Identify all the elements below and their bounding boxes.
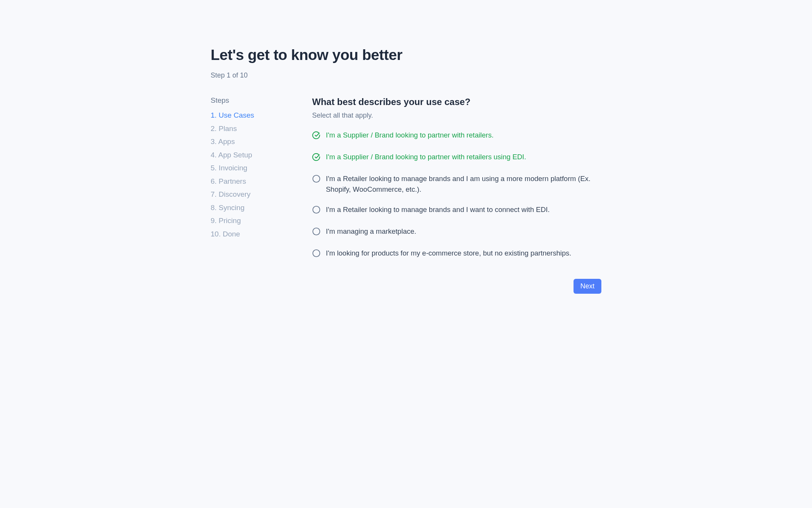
check-circle-icon xyxy=(312,130,321,142)
step-item-label: 6. Partners xyxy=(211,177,246,185)
button-row: Next xyxy=(312,279,601,294)
step-item[interactable]: 3. Apps xyxy=(211,135,294,149)
step-item[interactable]: 8. Syncing xyxy=(211,201,294,215)
option-item[interactable]: I'm managing a marketplace. xyxy=(312,226,601,239)
step-item[interactable]: 1. Use Cases xyxy=(211,109,294,122)
option-label: I'm a Supplier / Brand looking to partne… xyxy=(326,130,494,141)
step-item-label: 10. Done xyxy=(211,230,240,238)
step-item[interactable]: 7. Discovery xyxy=(211,188,294,201)
step-item-label: 1. Use Cases xyxy=(211,111,254,119)
sidebar-heading: Steps xyxy=(211,95,294,106)
option-item[interactable]: I'm a Supplier / Brand looking to partne… xyxy=(312,130,601,142)
step-item-label: 4. App Setup xyxy=(211,151,252,159)
option-list: I'm a Supplier / Brand looking to partne… xyxy=(312,130,601,260)
svg-point-0 xyxy=(313,175,320,182)
step-item-label: 9. Pricing xyxy=(211,217,241,225)
question-title: What best describes your use case? xyxy=(312,95,601,109)
step-item-label: 7. Discovery xyxy=(211,190,251,198)
question-subtitle: Select all that apply. xyxy=(312,110,601,121)
svg-point-2 xyxy=(313,228,320,235)
circle-icon xyxy=(312,204,321,217)
option-label: I'm managing a marketplace. xyxy=(326,226,416,237)
option-item[interactable]: I'm a Retailer looking to manage brands … xyxy=(312,173,601,195)
step-item[interactable]: 4. App Setup xyxy=(211,149,294,162)
svg-point-1 xyxy=(313,206,320,213)
step-item-label: 5. Invoicing xyxy=(211,164,247,172)
step-item[interactable]: 9. Pricing xyxy=(211,214,294,228)
option-label: I'm a Retailer looking to manage brands … xyxy=(326,173,601,195)
circle-icon xyxy=(312,226,321,239)
circle-icon xyxy=(312,173,321,186)
steps-sidebar: Steps 1. Use Cases2. Plans3. Apps4. App … xyxy=(211,95,294,294)
check-circle-icon xyxy=(312,152,321,164)
step-item[interactable]: 5. Invoicing xyxy=(211,162,294,175)
option-label: I'm a Supplier / Brand looking to partne… xyxy=(326,152,526,163)
page-title: Let's get to know you better xyxy=(211,44,601,66)
option-label: I'm looking for products for my e-commer… xyxy=(326,248,571,259)
step-item[interactable]: 6. Partners xyxy=(211,175,294,188)
step-item-label: 8. Syncing xyxy=(211,204,245,212)
option-item[interactable]: I'm a Supplier / Brand looking to partne… xyxy=(312,152,601,164)
step-item[interactable]: 2. Plans xyxy=(211,122,294,136)
option-label: I'm a Retailer looking to manage brands … xyxy=(326,204,550,215)
option-item[interactable]: I'm looking for products for my e-commer… xyxy=(312,248,601,260)
main-content: What best describes your use case? Selec… xyxy=(312,95,601,294)
circle-icon xyxy=(312,248,321,260)
step-indicator: Step 1 of 10 xyxy=(211,70,601,81)
step-item-label: 2. Plans xyxy=(211,125,237,133)
step-list: 1. Use Cases2. Plans3. Apps4. App Setup5… xyxy=(211,109,294,241)
next-button[interactable]: Next xyxy=(574,279,601,294)
step-item[interactable]: 10. Done xyxy=(211,228,294,241)
svg-point-3 xyxy=(313,250,320,257)
step-item-label: 3. Apps xyxy=(211,138,235,146)
option-item[interactable]: I'm a Retailer looking to manage brands … xyxy=(312,204,601,217)
